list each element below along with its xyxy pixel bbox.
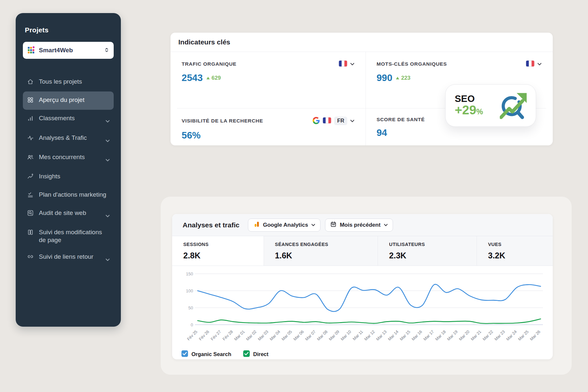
metric-value: 56% xyxy=(182,130,201,141)
metric-delta: 629 xyxy=(206,75,221,81)
seo-badge-text: SEO +29% xyxy=(455,94,495,117)
sidebar: Projets Smart4Web xyxy=(16,13,121,327)
stat-value: 2.3K xyxy=(389,251,477,260)
svg-text:Mar 10: Mar 10 xyxy=(340,329,352,341)
sidebar-menu: Tous les projetsAperçu du projetClasseme… xyxy=(23,73,114,268)
sidebar-item-suivi-des-modifications-de-page[interactable]: Suivi des modifications de page xyxy=(23,224,114,248)
period-selector-button[interactable]: Mois précédent xyxy=(325,219,393,232)
checklist-icon xyxy=(27,191,34,200)
metric-label: VISIBILITÉ DE LA RECHERCHE xyxy=(182,118,263,124)
google-analytics-icon xyxy=(253,221,260,229)
legend-label: Organic Search xyxy=(191,351,231,357)
svg-text:Mar 25: Mar 25 xyxy=(517,329,530,341)
sidebar-item-label: Classements xyxy=(39,114,75,122)
sidebar-item-label: Insights xyxy=(39,172,60,180)
sidebar-item-insights[interactable]: Insights xyxy=(23,168,114,186)
svg-text:Mar 05: Mar 05 xyxy=(281,329,293,341)
sidebar-item-label: Plan d'actions marketing xyxy=(39,191,106,198)
svg-text:Mar 21: Mar 21 xyxy=(470,329,482,341)
sidebar-item-plan-d-actions-marketing[interactable]: Plan d'actions marketing xyxy=(23,186,114,204)
svg-text:Mar 13: Mar 13 xyxy=(375,329,387,341)
chevron-down-icon xyxy=(106,156,110,163)
svg-text:Mar 11: Mar 11 xyxy=(352,329,364,341)
svg-text:Mar 18: Mar 18 xyxy=(434,329,447,341)
bar-chart-icon xyxy=(27,115,34,123)
home-icon xyxy=(27,78,34,87)
sidebar-item-analyses-trafic[interactable]: Analyses & Trafic xyxy=(23,129,114,149)
svg-text:Fév 26: Fév 26 xyxy=(198,329,210,341)
svg-text:Fév 25: Fév 25 xyxy=(186,329,198,341)
up-triangle-icon xyxy=(206,77,210,79)
stat-label: UTILISATEURS xyxy=(389,242,477,247)
svg-text:Mar 16: Mar 16 xyxy=(411,329,423,341)
seo-badge-title: SEO xyxy=(455,94,495,104)
sidebar-item-mes-concurrents[interactable]: Mes concurrents xyxy=(23,149,114,168)
svg-text:Fév 27: Fév 27 xyxy=(210,329,222,341)
period-selector-label: Mois précédent xyxy=(340,222,381,228)
language-chip: FR xyxy=(334,117,347,125)
svg-text:Mar 24: Mar 24 xyxy=(505,329,517,341)
project-name: Smart4Web xyxy=(39,47,101,54)
sidebar-item-label: Suivi de liens retour xyxy=(39,253,93,260)
source-selector-button[interactable]: Google Analytics xyxy=(248,219,320,232)
sidebar-title: Projets xyxy=(25,26,114,34)
sidebar-item-label: Mes concurrents xyxy=(39,153,85,161)
analytics-title: Analyses et trafic xyxy=(183,221,239,229)
stat-seances-engagees[interactable]: SÉANCES ENGAGÉES1.6K xyxy=(264,236,378,266)
svg-text:Mar 23: Mar 23 xyxy=(494,329,506,341)
page: Projets Smart4Web xyxy=(0,0,588,392)
smart4web-logo-icon xyxy=(27,46,35,55)
stat-label: SÉANCES ENGAGÉES xyxy=(275,242,378,247)
svg-text:Mar 06: Mar 06 xyxy=(293,329,305,341)
stat-vues[interactable]: VUES3.2K xyxy=(477,236,553,266)
svg-text:Mar 22: Mar 22 xyxy=(482,329,494,341)
france-flag-icon xyxy=(339,60,347,68)
stat-label: SESSIONS xyxy=(183,242,264,247)
svg-text:Mar 04: Mar 04 xyxy=(269,329,281,341)
svg-text:150: 150 xyxy=(186,271,193,276)
svg-text:Mar 26: Mar 26 xyxy=(529,329,541,341)
sidebar-item-apercu-du-projet[interactable]: Aperçu du projet xyxy=(23,91,114,110)
svg-text:Mar 14: Mar 14 xyxy=(387,329,399,341)
metric-value: 990 xyxy=(377,73,392,83)
stat-utilisateurs[interactable]: UTILISATEURS2.3K xyxy=(378,236,477,266)
flag-dropdown[interactable]: FR xyxy=(313,117,354,125)
google-icon xyxy=(313,117,320,125)
seo-growth-magnifier-icon xyxy=(500,90,529,122)
flag-dropdown[interactable] xyxy=(526,60,542,68)
chevron-down-icon xyxy=(350,62,354,67)
trend-icon xyxy=(27,173,34,182)
metric-value: 94 xyxy=(377,127,387,138)
sidebar-item-suivi-de-liens-retour[interactable]: Suivi de liens retour xyxy=(23,248,114,268)
sidebar-item-label: Analyses & Trafic xyxy=(39,134,87,141)
flag-dropdown[interactable] xyxy=(339,60,354,68)
analytics-panel: Analyses et trafic Google Analytics xyxy=(161,197,572,375)
metric-value: 2543 xyxy=(182,73,203,83)
legend-checkbox-organic-search[interactable]: Organic Search xyxy=(181,350,231,358)
activity-icon xyxy=(27,134,34,143)
indicators-title: Indicateurs clés xyxy=(171,33,553,52)
seo-badge-value: +29% xyxy=(455,104,495,117)
stat-value: 1.6K xyxy=(275,251,378,260)
legend-checkbox-direct[interactable]: Direct xyxy=(243,350,269,358)
project-selector[interactable]: Smart4Web xyxy=(23,42,114,59)
svg-text:Mar 19: Mar 19 xyxy=(446,329,458,341)
chevron-down-icon xyxy=(106,137,110,144)
chevron-down-icon xyxy=(106,212,110,219)
sidebar-item-tous-les-projets[interactable]: Tous les projets xyxy=(23,73,114,91)
stat-sessions[interactable]: SESSIONS2.8K xyxy=(172,236,264,266)
sidebar-item-audit-de-site-web[interactable]: Audit de site web xyxy=(23,204,114,224)
analytics-card: Analyses et trafic Google Analytics xyxy=(172,214,553,359)
chevron-down-icon xyxy=(537,62,542,67)
checkbox-checked-icon xyxy=(181,350,188,358)
traffic-chart: 050100150Fév 25Fév 26Fév 27Fév 28Mar 01M… xyxy=(172,266,553,349)
sidebar-item-label: Audit de site web xyxy=(39,209,86,217)
sidebar-item-classements[interactable]: Classements xyxy=(23,110,114,129)
chevron-down-icon xyxy=(106,255,110,263)
stat-value: 2.8K xyxy=(183,251,264,260)
svg-text:0: 0 xyxy=(191,322,193,327)
metric-label: TRAFIC ORGANIQUE xyxy=(182,61,237,67)
svg-text:Mar 02: Mar 02 xyxy=(245,329,257,341)
svg-text:Mar 08: Mar 08 xyxy=(316,329,328,341)
svg-text:Mar 12: Mar 12 xyxy=(364,329,376,341)
